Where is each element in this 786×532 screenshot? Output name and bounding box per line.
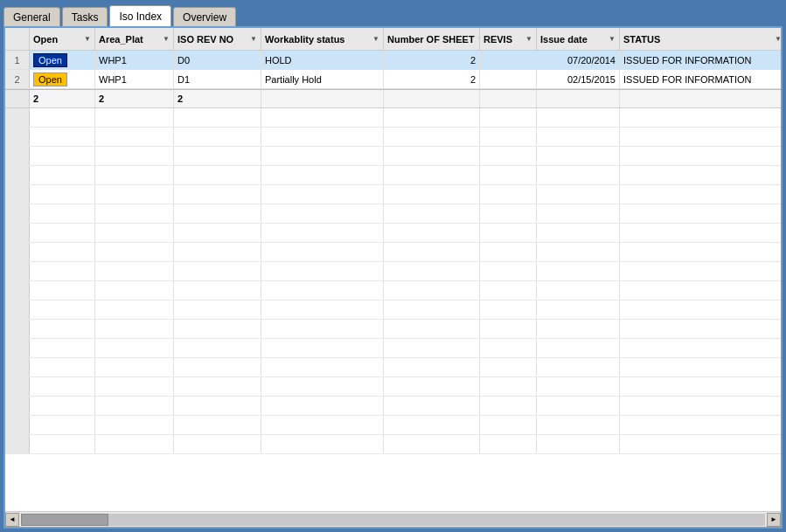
empty-cell (30, 128, 95, 146)
empty-cell (537, 320, 620, 338)
open-button-1[interactable]: Open (33, 73, 67, 86)
totals-cell-issuedate (537, 90, 620, 107)
empty-cell (537, 358, 620, 377)
empty-cell (384, 243, 480, 261)
empty-cell (174, 339, 261, 357)
table-row[interactable]: 2OpenWHP1D1Partially Hold202/15/2015ISSU… (5, 70, 781, 89)
col-header-label-numsheet: Number OF SHEET (387, 34, 475, 45)
empty-cell (620, 397, 781, 415)
open-button-0[interactable]: Open (33, 53, 67, 67)
empty-row-num (5, 262, 30, 280)
empty-cell (261, 320, 384, 338)
empty-cell (261, 358, 384, 377)
grid-body[interactable]: 1OpenWHP1D0HOLD207/20/2014ISSUED FOR INF… (5, 51, 781, 511)
col-header-revis[interactable]: REVIS▼ (480, 28, 537, 50)
col-header-issuedate[interactable]: Issue date▼ (537, 28, 620, 50)
empty-cell (384, 108, 480, 127)
empty-cell (95, 185, 174, 204)
col-dropdown-arrow-status[interactable]: ▼ (775, 35, 781, 43)
cell-open-1[interactable]: Open (30, 70, 95, 88)
cell-open-0[interactable]: Open (30, 51, 95, 69)
empty-row-num (5, 339, 30, 357)
scroll-left-button[interactable]: ◄ (5, 513, 19, 527)
empty-cell (384, 377, 480, 396)
col-dropdown-arrow-isorev[interactable]: ▼ (250, 35, 257, 43)
horizontal-scrollbar[interactable]: ◄ ► (5, 511, 781, 527)
grid-header: Open▼Area_Plat▼ISO REV NO▼Workablity sta… (5, 28, 781, 51)
col-dropdown-arrow-issuedate[interactable]: ▼ (609, 35, 616, 43)
empty-cell (480, 166, 537, 184)
empty-cell (174, 166, 261, 184)
empty-cell (261, 128, 384, 146)
empty-cell (537, 435, 620, 453)
empty-cell (384, 185, 480, 204)
empty-row-num (5, 243, 30, 261)
empty-cell (384, 166, 480, 184)
col-dropdown-arrow-workability[interactable]: ▼ (372, 35, 379, 43)
empty-cell (30, 243, 95, 261)
cell-workability-0: HOLD (261, 51, 384, 69)
empty-cell (261, 166, 384, 184)
tab-general[interactable]: General (3, 7, 60, 26)
empty-cell (384, 204, 480, 223)
empty-cell (261, 281, 384, 300)
tab-tasks[interactable]: Tasks (62, 7, 108, 26)
empty-cell (620, 320, 781, 338)
cell-issuedate-1: 02/15/2015 (537, 70, 620, 88)
empty-row-num (5, 166, 30, 184)
empty-row-num (5, 204, 30, 223)
col-header-status[interactable]: STATUS▼ (620, 28, 781, 50)
empty-cell (30, 204, 95, 223)
empty-cell (480, 301, 537, 319)
col-header-label-status: STATUS (623, 34, 660, 45)
col-header-workability[interactable]: Workablity status▼ (261, 28, 384, 50)
empty-cell (261, 243, 384, 261)
col-dropdown-arrow-open[interactable]: ▼ (84, 35, 91, 43)
tab-overview[interactable]: Overview (173, 7, 236, 26)
empty-cell (480, 416, 537, 434)
empty-row (5, 320, 781, 339)
col-header-label-issuedate: Issue date (540, 34, 588, 45)
empty-cell (30, 108, 95, 127)
cell-area-1: WHP1 (95, 70, 174, 88)
cell-isorev-1: D1 (174, 70, 261, 88)
empty-cell (537, 128, 620, 146)
empty-cell (174, 224, 261, 242)
col-header-open[interactable]: Open▼ (30, 28, 95, 50)
col-header-label-isorev: ISO REV NO (177, 34, 233, 45)
empty-cell (620, 262, 781, 280)
empty-cell (95, 281, 174, 300)
scroll-track[interactable] (21, 514, 765, 526)
scroll-thumb[interactable] (21, 514, 108, 526)
empty-cell (537, 204, 620, 223)
empty-cell (537, 147, 620, 165)
empty-row (5, 185, 781, 204)
empty-cell (537, 416, 620, 434)
empty-cell (620, 224, 781, 242)
empty-cell (30, 185, 95, 204)
col-header-area[interactable]: Area_Plat▼ (95, 28, 174, 50)
table-row[interactable]: 1OpenWHP1D0HOLD207/20/2014ISSUED FOR INF… (5, 51, 781, 70)
row-num-header-cell (5, 28, 30, 50)
col-header-isorev[interactable]: ISO REV NO▼ (174, 28, 261, 50)
col-dropdown-arrow-area[interactable]: ▼ (163, 35, 170, 43)
scroll-right-button[interactable]: ► (767, 513, 781, 527)
empty-cell (95, 397, 174, 415)
empty-cell (480, 108, 537, 127)
empty-row (5, 243, 781, 262)
empty-cell (261, 416, 384, 434)
empty-row-num (5, 435, 30, 453)
empty-row (5, 147, 781, 166)
empty-cell (30, 281, 95, 300)
col-dropdown-arrow-revis[interactable]: ▼ (525, 35, 532, 43)
empty-cell (30, 435, 95, 453)
empty-cell (174, 128, 261, 146)
empty-row (5, 301, 781, 320)
empty-cell (384, 339, 480, 357)
empty-cell (174, 377, 261, 396)
tab-iso-index[interactable]: Iso Index (109, 5, 171, 26)
empty-row-num (5, 147, 30, 165)
totals-cell-area: 2 (95, 90, 174, 107)
empty-cell (620, 416, 781, 434)
col-header-numsheet[interactable]: Number OF SHEET▼ (384, 28, 480, 50)
